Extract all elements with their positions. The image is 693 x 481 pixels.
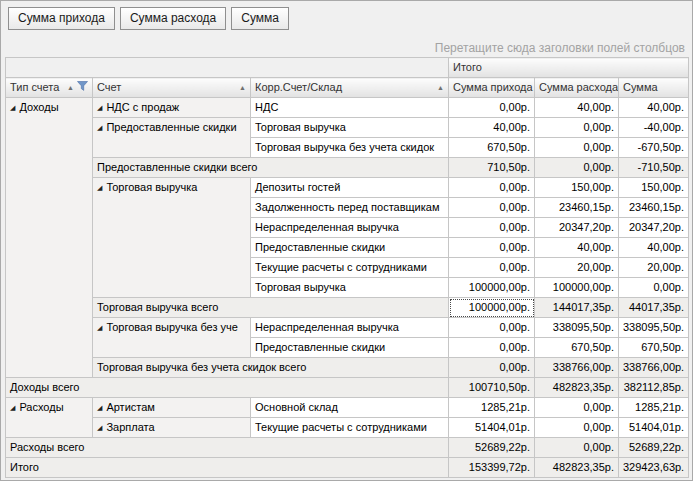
header-sum-expense[interactable]: Сумма расхода bbox=[535, 78, 619, 98]
corr-account-cell[interactable]: Предоставленные скидки bbox=[251, 338, 449, 358]
value-cell[interactable]: -670,50р. bbox=[619, 138, 689, 158]
value-cell[interactable]: 20,00р. bbox=[619, 258, 689, 278]
total-label-cell[interactable]: Итого bbox=[6, 458, 449, 478]
corr-account-cell[interactable]: Предоставленные скидки bbox=[251, 238, 449, 258]
header-account-type[interactable]: Тип счета ▲ bbox=[6, 78, 93, 98]
value-cell[interactable]: 40,00р. bbox=[619, 238, 689, 258]
field-chip-sum-expense[interactable]: Сумма расхода bbox=[120, 7, 226, 30]
value-cell[interactable]: 150,00р. bbox=[619, 178, 689, 198]
collapse-icon[interactable]: ◢ bbox=[97, 178, 102, 197]
value-cell[interactable]: 52689,22р. bbox=[619, 438, 689, 458]
value-cell[interactable]: 1285,21р. bbox=[449, 398, 535, 418]
value-cell[interactable]: 153399,72р. bbox=[449, 458, 535, 478]
value-cell[interactable]: 338095,50р. bbox=[535, 318, 619, 338]
value-cell[interactable]: 0,00р. bbox=[535, 118, 619, 138]
collapse-icon[interactable]: ◢ bbox=[97, 418, 102, 437]
value-cell[interactable]: 144017,35р. bbox=[535, 298, 619, 318]
header-sum[interactable]: Сумма bbox=[619, 78, 689, 98]
value-cell[interactable]: 0,00р. bbox=[449, 258, 535, 278]
value-cell[interactable]: 0,00р. bbox=[449, 198, 535, 218]
value-cell[interactable]: 0,00р. bbox=[449, 338, 535, 358]
total-label-cell[interactable]: Расходы всего bbox=[6, 438, 449, 458]
account-group-cell[interactable]: ◢Артистам bbox=[93, 398, 251, 418]
value-cell[interactable]: 0,00р. bbox=[535, 138, 619, 158]
value-cell[interactable]: -710,50р. bbox=[619, 158, 689, 178]
value-cell[interactable]: 100710,50р. bbox=[449, 378, 535, 398]
value-cell[interactable]: -40,00р. bbox=[619, 118, 689, 138]
header-account[interactable]: Счет ▲ bbox=[93, 78, 251, 98]
value-cell[interactable]: 23460,15р. bbox=[619, 198, 689, 218]
corr-account-cell[interactable]: Торговая выручка bbox=[251, 118, 449, 138]
corr-account-cell[interactable]: Нераспределенная выручка bbox=[251, 218, 449, 238]
value-cell[interactable]: 329423,63р. bbox=[619, 458, 689, 478]
value-cell[interactable]: 670,50р. bbox=[619, 338, 689, 358]
value-cell[interactable]: 1285,21р. bbox=[619, 398, 689, 418]
corr-account-cell[interactable]: Задолженность перед поставщикам bbox=[251, 198, 449, 218]
value-cell[interactable]: 0,00р. bbox=[449, 238, 535, 258]
account-group-cell[interactable]: ◢Торговая выручка bbox=[93, 178, 251, 298]
value-cell[interactable]: 482823,35р. bbox=[535, 458, 619, 478]
value-cell[interactable]: 40,00р. bbox=[619, 98, 689, 118]
total-label-cell[interactable]: Предоставленные скидки всего bbox=[93, 158, 449, 178]
account-group-cell[interactable]: ◢Торговая выручка без уче bbox=[93, 318, 251, 358]
account-type-cell[interactable]: ◢Расходы bbox=[6, 398, 93, 438]
value-cell[interactable]: 51404,01р. bbox=[619, 418, 689, 438]
value-cell[interactable]: 51404,01р. bbox=[449, 418, 535, 438]
account-group-cell[interactable]: ◢Предоставленные скидки bbox=[93, 118, 251, 158]
value-cell[interactable]: 40,00р. bbox=[449, 118, 535, 138]
corr-account-cell[interactable]: Текущие расчеты с сотрудниками bbox=[251, 418, 449, 438]
value-cell[interactable]: 710,50р. bbox=[449, 158, 535, 178]
field-chip-sum[interactable]: Сумма bbox=[231, 7, 289, 30]
value-cell[interactable]: 44017,35р. bbox=[619, 298, 689, 318]
value-cell[interactable]: 0,00р. bbox=[449, 98, 535, 118]
value-cell[interactable]: 20347,20р. bbox=[535, 218, 619, 238]
value-cell[interactable]: 0,00р. bbox=[449, 218, 535, 238]
collapse-icon[interactable]: ◢ bbox=[10, 398, 15, 417]
value-cell[interactable]: 0,00р. bbox=[619, 278, 689, 298]
value-cell[interactable]: 0,00р. bbox=[449, 178, 535, 198]
corr-account-cell[interactable]: Нераспределенная выручка bbox=[251, 318, 449, 338]
account-group-cell[interactable]: ◢НДС с продаж bbox=[93, 98, 251, 118]
corr-account-cell[interactable]: Торговая выручка без учета скидок bbox=[251, 138, 449, 158]
collapse-icon[interactable]: ◢ bbox=[97, 318, 102, 337]
value-cell[interactable]: 0,00р. bbox=[535, 438, 619, 458]
value-cell[interactable]: 0,00р. bbox=[535, 418, 619, 438]
value-cell[interactable]: 0,00р. bbox=[535, 398, 619, 418]
value-cell[interactable]: 20347,20р. bbox=[619, 218, 689, 238]
value-cell[interactable]: 52689,22р. bbox=[449, 438, 535, 458]
corr-account-cell[interactable]: НДС bbox=[251, 98, 449, 118]
account-group-cell[interactable]: ◢Зарплата bbox=[93, 418, 251, 438]
value-cell[interactable]: 40,00р. bbox=[535, 98, 619, 118]
header-corr-account[interactable]: Корр.Счет/Склад ▲ bbox=[251, 78, 449, 98]
value-cell[interactable]: 100000,00р. bbox=[535, 278, 619, 298]
value-cell[interactable]: 670,50р. bbox=[535, 338, 619, 358]
total-label-cell[interactable]: Торговая выручка без учета скидок всего bbox=[93, 358, 449, 378]
corr-account-cell[interactable]: Текущие расчеты с сотрудниками bbox=[251, 258, 449, 278]
collapse-icon[interactable]: ◢ bbox=[97, 118, 102, 137]
value-cell[interactable]: 338766,00р. bbox=[535, 358, 619, 378]
filter-icon[interactable] bbox=[77, 78, 88, 97]
corr-account-cell[interactable]: Депозиты гостей bbox=[251, 178, 449, 198]
value-cell[interactable]: 100000,00р. bbox=[449, 278, 535, 298]
corr-account-cell[interactable]: Основной склад bbox=[251, 398, 449, 418]
value-cell[interactable]: 20,00р. bbox=[535, 258, 619, 278]
value-cell[interactable]: 338766,00р. bbox=[619, 358, 689, 378]
value-cell[interactable]: 0,00р. bbox=[449, 318, 535, 338]
header-sum-income[interactable]: Сумма прихода bbox=[449, 78, 535, 98]
value-cell[interactable]: 338095,50р. bbox=[619, 318, 689, 338]
collapse-icon[interactable]: ◢ bbox=[97, 98, 102, 117]
total-label-cell[interactable]: Доходы всего bbox=[6, 378, 449, 398]
corr-account-cell[interactable]: Торговая выручка bbox=[251, 278, 449, 298]
header-itogo[interactable]: Итого bbox=[449, 58, 689, 78]
value-cell[interactable]: 150,00р. bbox=[535, 178, 619, 198]
value-cell[interactable]: 23460,15р. bbox=[535, 198, 619, 218]
account-type-cell[interactable]: ◢Доходы bbox=[6, 98, 93, 378]
collapse-icon[interactable]: ◢ bbox=[97, 398, 102, 417]
value-cell[interactable]: 40,00р. bbox=[535, 238, 619, 258]
selected-value-cell[interactable]: 100000,00р. bbox=[449, 298, 535, 318]
value-cell[interactable]: 670,50р. bbox=[449, 138, 535, 158]
value-cell[interactable]: 0,00р. bbox=[449, 358, 535, 378]
value-cell[interactable]: 0,00р. bbox=[535, 158, 619, 178]
total-label-cell[interactable]: Торговая выручка всего bbox=[93, 298, 449, 318]
collapse-icon[interactable]: ◢ bbox=[10, 98, 15, 117]
